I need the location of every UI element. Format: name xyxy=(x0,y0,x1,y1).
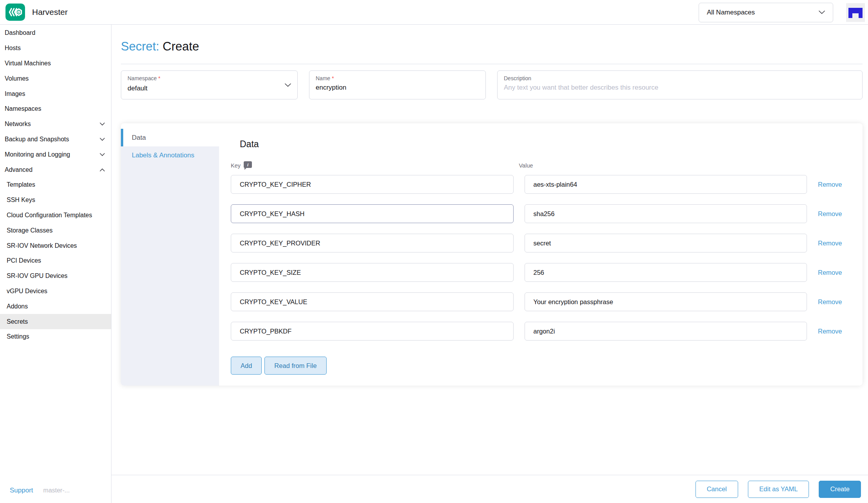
sidebar-item-sr-iov-network-devices[interactable]: SR-IOV Network Devices xyxy=(0,238,111,253)
remove-link[interactable]: Remove xyxy=(818,240,851,247)
key-input[interactable] xyxy=(231,204,514,223)
sidebar-item-monitoring-and-logging[interactable]: Monitoring and Logging xyxy=(0,147,111,162)
required-asterisk: * xyxy=(332,75,334,81)
sidebar-item-sr-iov-gpu-devices[interactable]: SR-IOV GPU Devices xyxy=(0,269,111,284)
namespace-filter-value: All Namespaces xyxy=(707,9,755,16)
top-header: Harvester All Namespaces xyxy=(0,0,868,25)
name-field: Name * xyxy=(309,70,486,99)
page-title-action: Create xyxy=(163,40,199,53)
chevron-down-icon xyxy=(819,11,825,14)
sidebar-item-secrets[interactable]: Secrets xyxy=(0,314,111,329)
sidebar-footer: Support master-... xyxy=(10,487,70,494)
user-avatar[interactable] xyxy=(846,3,865,22)
description-label: Description xyxy=(504,75,531,81)
namespace-select[interactable]: Namespace * default xyxy=(121,70,298,99)
sidebar-item-advanced[interactable]: Advanced xyxy=(0,162,111,177)
key-input[interactable] xyxy=(231,263,514,282)
title-divider xyxy=(121,64,863,64)
sidebar-item-settings[interactable]: Settings xyxy=(0,329,111,344)
tab-column-background xyxy=(121,146,219,386)
cancel-button[interactable]: Cancel xyxy=(695,481,738,498)
value-input[interactable] xyxy=(525,204,807,223)
sidebar-item-networks[interactable]: Networks xyxy=(0,117,111,132)
value-input[interactable] xyxy=(525,175,807,194)
read-from-file-button[interactable]: Read from File xyxy=(264,357,326,375)
version-label: master-... xyxy=(43,487,70,494)
sidebar-item-templates[interactable]: Templates xyxy=(0,177,111,193)
value-input[interactable] xyxy=(525,263,807,282)
remove-link[interactable]: Remove xyxy=(818,181,851,188)
required-asterisk: * xyxy=(158,75,160,81)
app-title: Harvester xyxy=(32,7,68,17)
chevron-down-icon xyxy=(100,138,105,141)
meta-form-row: Namespace * default Name * Description xyxy=(121,70,863,99)
create-card: Data Labels & Annotations Data Key i Val… xyxy=(121,123,863,386)
name-input[interactable] xyxy=(316,84,479,92)
sidebar-item-volumes[interactable]: Volumes xyxy=(0,71,111,86)
sidebar: DashboardHostsVirtual MachinesVolumesIma… xyxy=(0,25,111,503)
chevron-down-icon xyxy=(100,153,105,156)
page-title: Secret: Create xyxy=(121,40,863,54)
kv-row: Remove xyxy=(231,234,851,252)
sidebar-item-hosts[interactable]: Hosts xyxy=(0,41,111,56)
chevron-up-icon xyxy=(100,168,105,171)
key-input[interactable] xyxy=(231,234,514,252)
key-input[interactable] xyxy=(231,292,514,311)
kv-column-headers: Key i Value xyxy=(231,162,851,169)
tab-data[interactable]: Data xyxy=(121,129,219,146)
namespace-label: Namespace xyxy=(128,75,157,81)
sidebar-nav: DashboardHostsVirtual MachinesVolumesIma… xyxy=(0,25,111,344)
create-button[interactable]: Create xyxy=(819,481,861,498)
sidebar-item-namespaces[interactable]: Namespaces xyxy=(0,101,111,117)
sidebar-item-dashboard[interactable]: Dashboard xyxy=(0,25,111,41)
tab-labels-annotations[interactable]: Labels & Annotations xyxy=(121,146,219,164)
harvester-logo-icon xyxy=(5,4,25,21)
value-input[interactable] xyxy=(525,292,807,311)
add-button[interactable]: Add xyxy=(231,357,262,375)
kv-row: Remove xyxy=(231,204,851,223)
kv-row: Remove xyxy=(231,175,851,194)
sidebar-item-ssh-keys[interactable]: SSH Keys xyxy=(0,193,111,208)
tab-column: Data Labels & Annotations xyxy=(121,123,219,386)
remove-link[interactable]: Remove xyxy=(818,298,851,306)
name-label: Name xyxy=(316,75,330,81)
key-column-header: Key xyxy=(231,162,241,169)
namespace-value: default xyxy=(128,85,291,92)
kv-row: Remove xyxy=(231,322,851,341)
page-title-resource: Secret: xyxy=(121,40,159,53)
value-input[interactable] xyxy=(525,322,807,341)
sidebar-item-virtual-machines[interactable]: Virtual Machines xyxy=(0,56,111,71)
namespace-filter-select[interactable]: All Namespaces xyxy=(699,3,833,22)
sidebar-item-pci-devices[interactable]: PCI Devices xyxy=(0,253,111,269)
remove-link[interactable]: Remove xyxy=(818,210,851,218)
kv-rows: Remove Remove Remove Remove Remove Remov… xyxy=(231,175,851,341)
sidebar-item-storage-classes[interactable]: Storage Classes xyxy=(0,223,111,238)
description-input[interactable] xyxy=(504,84,856,92)
remove-link[interactable]: Remove xyxy=(818,328,851,335)
sidebar-item-vgpu-devices[interactable]: vGPU Devices xyxy=(0,284,111,299)
description-field: Description xyxy=(497,70,863,99)
key-input[interactable] xyxy=(231,322,514,341)
data-section-heading: Data xyxy=(240,139,851,150)
sidebar-item-backup-and-snapshots[interactable]: Backup and Snapshots xyxy=(0,132,111,147)
edit-as-yaml-button[interactable]: Edit as YAML xyxy=(748,481,809,498)
chevron-down-icon xyxy=(285,81,291,88)
data-panel: Data Key i Value Remove Remove Remove xyxy=(219,123,863,386)
row-actions: Add Read from File xyxy=(231,357,851,375)
support-link[interactable]: Support xyxy=(10,487,33,494)
sidebar-item-images[interactable]: Images xyxy=(0,86,111,101)
info-tooltip-icon[interactable]: i xyxy=(244,161,252,168)
value-input[interactable] xyxy=(525,234,807,252)
kv-row: Remove xyxy=(231,292,851,311)
sidebar-item-addons[interactable]: Addons xyxy=(0,299,111,314)
chevron-down-icon xyxy=(100,123,105,126)
sidebar-item-cloud-configuration-templates[interactable]: Cloud Configuration Templates xyxy=(0,208,111,223)
value-column-header: Value xyxy=(519,162,533,169)
key-input[interactable] xyxy=(231,175,514,194)
action-footer: Cancel Edit as YAML Create xyxy=(111,475,868,503)
main-content: Secret: Create Namespace * default Name … xyxy=(111,25,868,475)
kv-row: Remove xyxy=(231,263,851,282)
remove-link[interactable]: Remove xyxy=(818,269,851,276)
